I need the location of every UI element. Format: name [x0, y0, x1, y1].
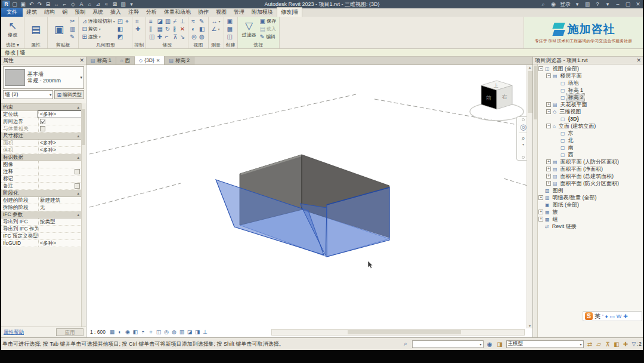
copy-to-clipboard-icon[interactable]: ▥: [69, 25, 76, 33]
chevron-down-icon[interactable]: ▾: [80, 75, 82, 80]
view-tab[interactable]: ⌂ 西: [116, 57, 135, 64]
render-icon[interactable]: ◓: [140, 328, 147, 336]
pin-icon[interactable]: ⊼: [172, 33, 178, 41]
tree-item[interactable]: ▢ 东: [538, 130, 643, 137]
property-row[interactable]: 注释: [1, 168, 81, 176]
copy-icon[interactable]: ▥: [164, 17, 172, 25]
view-cube[interactable]: 上 前 右: [470, 81, 524, 121]
ribbon-tab[interactable]: 协作: [194, 8, 212, 17]
tree-item[interactable]: ▧ 图例: [538, 187, 643, 194]
ribbon-tab[interactable]: 分析: [143, 8, 160, 17]
ime-mode-toggle[interactable]: 英: [595, 312, 600, 321]
save-icon[interactable]: ▣: [19, 1, 27, 8]
property-row[interactable]: 房间边界: [1, 118, 81, 125]
property-row[interactable]: 定位线 <多种>: [1, 111, 81, 118]
properties-scrollbar[interactable]: [81, 103, 86, 327]
reveal-constraints-icon[interactable]: ⊥: [202, 328, 209, 336]
unpin-icon[interactable]: ⊥: [179, 17, 187, 25]
section-collapse-icon[interactable]: ▴: [77, 134, 79, 139]
tree-expander-icon[interactable]: +: [538, 217, 543, 222]
move-controls-icon[interactable]: ✚: [134, 25, 141, 33]
tree-item[interactable]: + ▤ 天花板平面: [538, 101, 643, 108]
customize-qat-icon[interactable]: ▾: [128, 1, 135, 8]
filter-button[interactable]: ▽ 过滤器: [240, 17, 259, 42]
select-underlay-elements-icon[interactable]: ▱: [595, 341, 603, 347]
tree-expander-icon[interactable]: −: [546, 73, 551, 78]
ribbon-tab[interactable]: 体量和场地: [160, 8, 194, 17]
tree-item[interactable]: + ▤ 面积平面 (防火分区面积): [538, 180, 643, 187]
print-icon[interactable]: ⊟: [44, 1, 52, 8]
section-collapse-icon[interactable]: ▴: [77, 213, 79, 217]
property-value-cell[interactable]: [38, 161, 81, 168]
cut-geometry-tool[interactable]: ⊟ 剪切 ▾: [80, 25, 116, 33]
tree-item[interactable]: + ▩ 组: [538, 216, 643, 223]
visual-style-icon[interactable]: ◐: [116, 328, 123, 336]
property-row[interactable]: 导出到 IFC 按类型: [1, 219, 81, 226]
tree-expander-icon[interactable]: −: [546, 124, 551, 128]
close-hidden-windows-icon[interactable]: ⊠: [111, 1, 119, 8]
element-filter-dropdown[interactable]: 墙 (2) ▾: [3, 90, 53, 99]
split-face-icon[interactable]: ◧: [116, 25, 124, 33]
property-row[interactable]: IfcGUID <多种>: [1, 240, 81, 247]
property-row[interactable]: IFC 预定义类型: [1, 233, 81, 240]
tree-item[interactable]: ▢ 西: [538, 151, 643, 158]
property-value-cell[interactable]: <多种>: [38, 140, 81, 146]
view-tab[interactable]: ▤ 标高 2: [165, 57, 194, 64]
aligned-dimension-icon[interactable]: ⌐: [61, 1, 69, 8]
default-3d-view-icon[interactable]: ⌂: [86, 1, 94, 8]
ribbon-tab[interactable]: 系统: [89, 8, 107, 17]
chevron-down-icon[interactable]: ▾: [522, 142, 524, 146]
zoom-icon[interactable]: ⌕: [521, 134, 525, 142]
cut-icon[interactable]: ✂: [69, 17, 76, 25]
undo-icon[interactable]: ↶: [27, 1, 35, 8]
worksharing-display-icon[interactable]: ▥: [178, 328, 185, 336]
ime-mic-icon[interactable]: ♦: [605, 313, 608, 319]
scroll-up-icon[interactable]: ▲: [528, 65, 532, 70]
ime-wubi-icon[interactable]: W: [617, 313, 622, 319]
thin-lines-icon[interactable]: ≈: [103, 1, 110, 8]
property-row[interactable]: 面积 <多种>: [1, 140, 81, 147]
ime-logo-icon[interactable]: S: [585, 312, 593, 320]
detail-level-icon[interactable]: ▦: [109, 328, 116, 336]
workset-dropdown[interactable]: ▾: [412, 340, 484, 348]
tree-item[interactable]: ▢ 场地: [538, 79, 643, 87]
measure-icon[interactable]: ↔: [52, 1, 60, 8]
selection-filter-button[interactable]: ▽ : 2: [632, 341, 642, 347]
design-option-dropdown[interactable]: 主模型 ▾: [506, 340, 584, 348]
tree-expander-icon[interactable]: +: [546, 167, 551, 171]
tree-item[interactable]: ▢ 南: [538, 144, 643, 151]
temporary-hide-isolate-icon[interactable]: ◎: [163, 328, 170, 336]
select-elements-by-face-icon[interactable]: ◧: [613, 341, 621, 347]
tree-expander-icon[interactable]: +: [546, 181, 551, 186]
ribbon-tab[interactable]: 建筑: [23, 8, 41, 17]
tree-item[interactable]: − ◇ 三维视图: [538, 108, 643, 115]
ime-keyboard-icon[interactable]: ▭: [609, 313, 615, 319]
split-element-icon[interactable]: ⌿: [172, 17, 178, 25]
cutaway-icon[interactable]: ◧: [198, 25, 206, 33]
sun-path-icon[interactable]: ◉: [124, 328, 131, 336]
login-caret-icon[interactable]: ▾: [574, 1, 581, 7]
modify-button[interactable]: ↖ 修改: [3, 17, 22, 42]
property-value-cell[interactable]: [38, 183, 81, 189]
properties-help-link[interactable]: 属性帮助: [4, 329, 24, 336]
ribbon-state-toggle-icon[interactable]: ▾: [284, 10, 286, 15]
text-icon[interactable]: A: [78, 1, 85, 8]
override-graphics-icon[interactable]: ✎: [198, 17, 206, 25]
save-selection-button[interactable]: ▣ 保存: [259, 17, 277, 25]
property-row[interactable]: 与体量相关: [1, 125, 81, 133]
tree-item[interactable]: − ▤ 楼层平面: [538, 72, 643, 79]
edit-type-button[interactable]: ⊞ 编辑类型: [54, 90, 84, 99]
horizontal-scrollbar[interactable]: [271, 329, 525, 336]
close-icon[interactable]: ✕: [636, 57, 641, 63]
redo-icon[interactable]: ↷: [36, 1, 44, 8]
reveal-hidden-elements-icon[interactable]: ◍: [171, 328, 178, 336]
section-header-constraints[interactable]: 约束 ▴: [1, 104, 81, 111]
browser-scrollbar[interactable]: [533, 64, 538, 337]
tree-item[interactable]: − ⌂ 立面 (建筑立面): [538, 122, 643, 130]
dimension-icon[interactable]: ∠ ▾: [210, 25, 222, 33]
create-similar-icon[interactable]: ▩: [226, 25, 234, 33]
checkbox[interactable]: [40, 126, 45, 131]
property-value-cell[interactable]: <多种>: [38, 147, 81, 153]
tree-expander-icon[interactable]: −: [546, 109, 551, 114]
app-store-icon[interactable]: ▥: [584, 1, 591, 7]
